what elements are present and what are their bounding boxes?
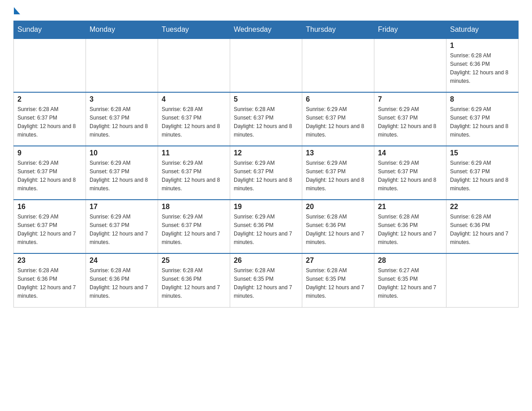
calendar-cell: 12 Sunrise: 6:29 AMSunset: 6:37 PMDaylig… — [230, 146, 302, 200]
calendar-cell — [446, 253, 519, 307]
day-info: Sunrise: 6:28 AMSunset: 6:36 PMDaylight:… — [162, 267, 220, 299]
calendar-cell: 26 Sunrise: 6:28 AMSunset: 6:35 PMDaylig… — [230, 253, 302, 307]
weekday-header-monday: Monday — [86, 21, 158, 39]
calendar-cell: 6 Sunrise: 6:29 AMSunset: 6:37 PMDayligh… — [302, 92, 374, 146]
calendar-cell — [14, 39, 86, 92]
calendar-cell: 28 Sunrise: 6:27 AMSunset: 6:35 PMDaylig… — [374, 253, 446, 307]
weekday-header-saturday: Saturday — [446, 21, 519, 39]
day-number: 23 — [17, 257, 82, 265]
day-info: Sunrise: 6:29 AMSunset: 6:37 PMDaylight:… — [378, 160, 436, 192]
calendar-cell — [302, 39, 374, 92]
day-number: 16 — [17, 203, 82, 211]
day-number: 17 — [90, 203, 154, 211]
day-info: Sunrise: 6:28 AMSunset: 6:37 PMDaylight:… — [162, 106, 220, 138]
calendar-table: SundayMondayTuesdayWednesdayThursdayFrid… — [13, 21, 519, 308]
calendar-cell: 16 Sunrise: 6:29 AMSunset: 6:37 PMDaylig… — [14, 200, 86, 253]
calendar-cell: 15 Sunrise: 6:29 AMSunset: 6:37 PMDaylig… — [446, 146, 519, 200]
day-info: Sunrise: 6:28 AMSunset: 6:37 PMDaylight:… — [17, 106, 76, 138]
day-info: Sunrise: 6:29 AMSunset: 6:37 PMDaylight:… — [378, 106, 436, 138]
day-number: 15 — [450, 149, 515, 157]
day-number: 3 — [90, 95, 154, 103]
calendar-cell: 5 Sunrise: 6:28 AMSunset: 6:37 PMDayligh… — [230, 92, 302, 146]
day-number: 7 — [378, 95, 442, 103]
calendar-cell: 27 Sunrise: 6:28 AMSunset: 6:35 PMDaylig… — [302, 253, 374, 307]
day-number: 9 — [17, 149, 82, 157]
calendar-week-row: 2 Sunrise: 6:28 AMSunset: 6:37 PMDayligh… — [14, 92, 519, 146]
calendar-week-row: 23 Sunrise: 6:28 AMSunset: 6:36 PMDaylig… — [14, 253, 519, 307]
calendar-cell: 8 Sunrise: 6:29 AMSunset: 6:37 PMDayligh… — [446, 92, 519, 146]
day-number: 1 — [450, 42, 515, 50]
day-number: 22 — [450, 203, 515, 211]
day-number: 5 — [234, 95, 298, 103]
day-number: 21 — [378, 203, 442, 211]
day-number: 20 — [306, 203, 370, 211]
calendar-cell: 2 Sunrise: 6:28 AMSunset: 6:37 PMDayligh… — [14, 92, 86, 146]
weekday-header-tuesday: Tuesday — [158, 21, 230, 39]
calendar-cell: 20 Sunrise: 6:28 AMSunset: 6:36 PMDaylig… — [302, 200, 374, 253]
calendar-week-row: 9 Sunrise: 6:29 AMSunset: 6:37 PMDayligh… — [14, 146, 519, 200]
calendar-cell: 9 Sunrise: 6:29 AMSunset: 6:37 PMDayligh… — [14, 146, 86, 200]
day-info: Sunrise: 6:28 AMSunset: 6:37 PMDaylight:… — [90, 106, 148, 138]
logo-arrow-icon — [14, 7, 20, 14]
weekday-header-sunday: Sunday — [14, 21, 86, 39]
weekday-header-row: SundayMondayTuesdayWednesdayThursdayFrid… — [14, 21, 519, 39]
calendar-cell — [230, 39, 302, 92]
day-info: Sunrise: 6:29 AMSunset: 6:37 PMDaylight:… — [17, 214, 76, 245]
day-info: Sunrise: 6:28 AMSunset: 6:36 PMDaylight:… — [450, 214, 508, 245]
day-info: Sunrise: 6:28 AMSunset: 6:37 PMDaylight:… — [234, 106, 292, 138]
calendar-cell: 18 Sunrise: 6:29 AMSunset: 6:37 PMDaylig… — [158, 200, 230, 253]
calendar-cell: 11 Sunrise: 6:29 AMSunset: 6:37 PMDaylig… — [158, 146, 230, 200]
day-info: Sunrise: 6:28 AMSunset: 6:36 PMDaylight:… — [90, 267, 148, 299]
day-number: 4 — [162, 95, 226, 103]
day-info: Sunrise: 6:29 AMSunset: 6:36 PMDaylight:… — [234, 214, 292, 245]
day-info: Sunrise: 6:29 AMSunset: 6:37 PMDaylight:… — [450, 106, 508, 138]
calendar-cell: 21 Sunrise: 6:28 AMSunset: 6:36 PMDaylig… — [374, 200, 446, 253]
day-info: Sunrise: 6:28 AMSunset: 6:36 PMDaylight:… — [17, 267, 76, 299]
day-number: 26 — [234, 257, 298, 265]
weekday-header-wednesday: Wednesday — [230, 21, 302, 39]
day-number: 10 — [90, 149, 154, 157]
calendar-week-row: 16 Sunrise: 6:29 AMSunset: 6:37 PMDaylig… — [14, 200, 519, 253]
calendar-cell: 25 Sunrise: 6:28 AMSunset: 6:36 PMDaylig… — [158, 253, 230, 307]
calendar-cell: 13 Sunrise: 6:29 AMSunset: 6:37 PMDaylig… — [302, 146, 374, 200]
day-info: Sunrise: 6:29 AMSunset: 6:37 PMDaylight:… — [450, 160, 508, 192]
page-header — [13, 9, 519, 16]
calendar-week-row: 1 Sunrise: 6:28 AMSunset: 6:36 PMDayligh… — [14, 39, 519, 92]
calendar-cell — [374, 39, 446, 92]
day-info: Sunrise: 6:29 AMSunset: 6:37 PMDaylight:… — [17, 160, 76, 192]
day-info: Sunrise: 6:29 AMSunset: 6:37 PMDaylight:… — [90, 160, 148, 192]
calendar-cell — [158, 39, 230, 92]
day-number: 2 — [17, 95, 82, 103]
day-number: 18 — [162, 203, 226, 211]
weekday-header-friday: Friday — [374, 21, 446, 39]
day-info: Sunrise: 6:29 AMSunset: 6:37 PMDaylight:… — [234, 160, 292, 192]
calendar-cell: 19 Sunrise: 6:29 AMSunset: 6:36 PMDaylig… — [230, 200, 302, 253]
logo — [13, 9, 20, 16]
calendar-cell — [86, 39, 158, 92]
day-info: Sunrise: 6:28 AMSunset: 6:36 PMDaylight:… — [378, 214, 436, 245]
day-info: Sunrise: 6:29 AMSunset: 6:37 PMDaylight:… — [162, 160, 220, 192]
day-info: Sunrise: 6:29 AMSunset: 6:37 PMDaylight:… — [306, 106, 364, 138]
day-number: 6 — [306, 95, 370, 103]
day-number: 12 — [234, 149, 298, 157]
calendar-cell: 10 Sunrise: 6:29 AMSunset: 6:37 PMDaylig… — [86, 146, 158, 200]
calendar-cell: 23 Sunrise: 6:28 AMSunset: 6:36 PMDaylig… — [14, 253, 86, 307]
day-number: 28 — [378, 257, 442, 265]
day-number: 25 — [162, 257, 226, 265]
day-number: 27 — [306, 257, 370, 265]
day-info: Sunrise: 6:29 AMSunset: 6:37 PMDaylight:… — [306, 160, 364, 192]
calendar-cell: 4 Sunrise: 6:28 AMSunset: 6:37 PMDayligh… — [158, 92, 230, 146]
day-number: 8 — [450, 95, 515, 103]
day-info: Sunrise: 6:28 AMSunset: 6:36 PMDaylight:… — [450, 52, 508, 84]
day-number: 13 — [306, 149, 370, 157]
day-info: Sunrise: 6:28 AMSunset: 6:36 PMDaylight:… — [306, 214, 364, 245]
day-number: 24 — [90, 257, 154, 265]
calendar-cell: 3 Sunrise: 6:28 AMSunset: 6:37 PMDayligh… — [86, 92, 158, 146]
calendar-cell: 1 Sunrise: 6:28 AMSunset: 6:36 PMDayligh… — [446, 39, 519, 92]
day-info: Sunrise: 6:28 AMSunset: 6:35 PMDaylight:… — [306, 267, 364, 299]
day-number: 11 — [162, 149, 226, 157]
day-info: Sunrise: 6:27 AMSunset: 6:35 PMDaylight:… — [378, 267, 436, 299]
weekday-header-thursday: Thursday — [302, 21, 374, 39]
day-info: Sunrise: 6:28 AMSunset: 6:35 PMDaylight:… — [234, 267, 292, 299]
calendar-cell: 17 Sunrise: 6:29 AMSunset: 6:37 PMDaylig… — [86, 200, 158, 253]
